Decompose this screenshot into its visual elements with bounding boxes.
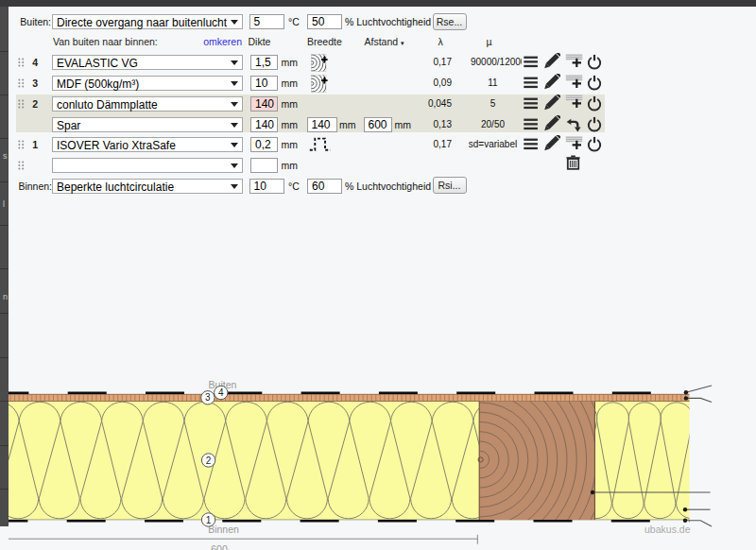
svg-text:ubakus.de: ubakus.de [644,524,691,535]
svg-text:4: 4 [218,387,224,398]
svg-text:2: 2 [206,455,212,466]
svg-text:3: 3 [205,392,211,403]
svg-text:1: 1 [206,515,212,525]
svg-text:600: 600 [211,543,228,550]
